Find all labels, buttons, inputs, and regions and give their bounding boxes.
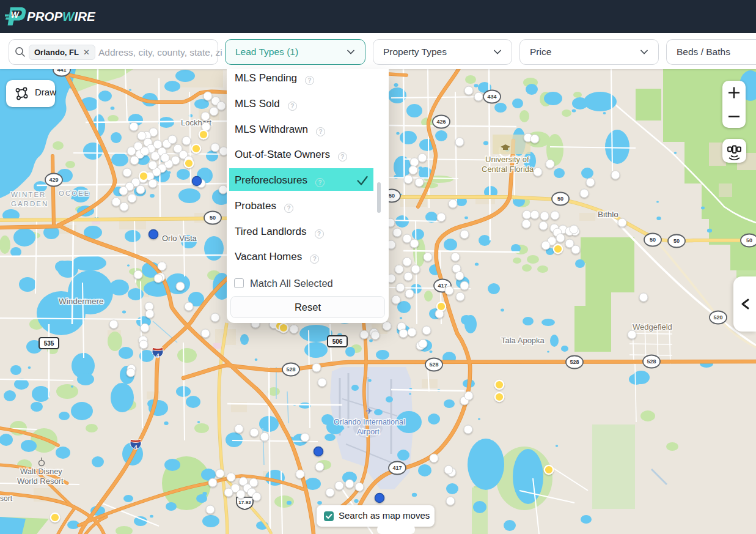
svg-text:Walt Disney: Walt Disney bbox=[20, 467, 62, 476]
svg-text:Airport: Airport bbox=[357, 428, 380, 436]
svg-text:50: 50 bbox=[746, 237, 752, 243]
svg-text:429: 429 bbox=[49, 177, 58, 183]
svg-text:528: 528 bbox=[286, 366, 295, 373]
svg-text:4: 4 bbox=[156, 352, 159, 358]
svg-text:50: 50 bbox=[210, 215, 216, 221]
svg-text:Wedgefield: Wedgefield bbox=[633, 322, 672, 332]
svg-text:50: 50 bbox=[557, 196, 563, 202]
svg-text:Bithlo: Bithlo bbox=[598, 210, 618, 219]
svg-text:17-92: 17-92 bbox=[238, 500, 251, 505]
svg-text:Tala Apopka: Tala Apopka bbox=[501, 336, 545, 345]
svg-text:417: 417 bbox=[392, 465, 402, 471]
svg-text:Orlando International: Orlando International bbox=[334, 418, 405, 426]
svg-text:4: 4 bbox=[134, 444, 137, 450]
svg-text:426: 426 bbox=[436, 119, 446, 125]
svg-text:OCOEE: OCOEE bbox=[59, 190, 90, 197]
svg-text:GARDEN: GARDEN bbox=[11, 200, 48, 207]
svg-text:434: 434 bbox=[487, 94, 496, 100]
svg-text:50: 50 bbox=[673, 238, 680, 244]
svg-text:WINTER: WINTER bbox=[11, 191, 46, 198]
svg-text:520: 520 bbox=[713, 314, 722, 321]
svg-text:Central Florida: Central Florida bbox=[482, 165, 534, 174]
svg-text:535: 535 bbox=[44, 340, 54, 347]
svg-text:528: 528 bbox=[570, 359, 579, 365]
svg-text:University of: University of bbox=[485, 155, 529, 164]
svg-text:528: 528 bbox=[429, 362, 438, 368]
svg-text:506: 506 bbox=[332, 338, 343, 345]
svg-text:50: 50 bbox=[650, 237, 656, 243]
svg-text:W: W bbox=[11, 10, 20, 20]
svg-text:sort: sort bbox=[0, 494, 13, 503]
svg-text:Windermere: Windermere bbox=[59, 297, 104, 306]
svg-text:Orlo Vista: Orlo Vista bbox=[162, 234, 197, 243]
svg-text:528: 528 bbox=[647, 358, 656, 365]
svg-text:✈: ✈ bbox=[365, 406, 373, 416]
svg-text:50: 50 bbox=[389, 193, 395, 199]
svg-text:World Resort: World Resort bbox=[17, 477, 64, 486]
